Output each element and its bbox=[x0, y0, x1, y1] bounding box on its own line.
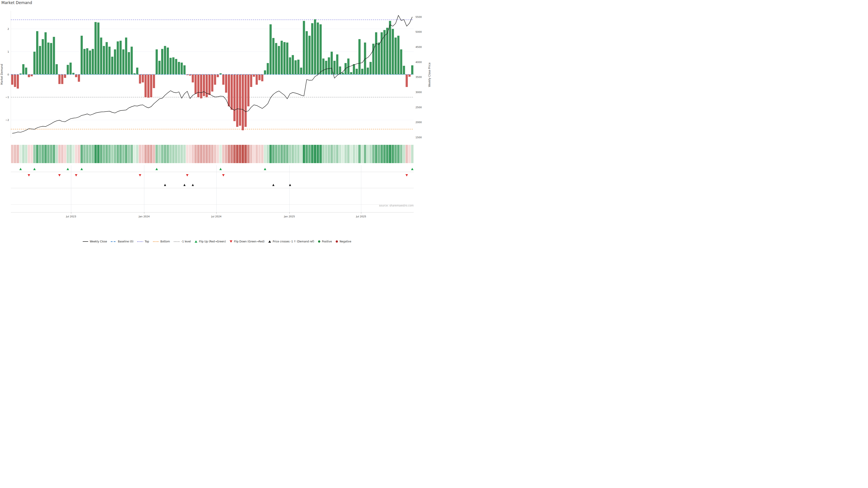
demand-bar bbox=[145, 74, 147, 97]
demand-bar bbox=[33, 52, 36, 74]
heatmap-cell bbox=[286, 145, 288, 163]
heatmap-cell bbox=[11, 145, 13, 163]
demand-bar bbox=[94, 22, 97, 74]
demand-bar bbox=[306, 31, 308, 74]
demand-bar bbox=[408, 74, 411, 77]
demand-bar bbox=[47, 42, 50, 74]
demand-bar bbox=[61, 74, 64, 84]
demand-bar bbox=[389, 21, 391, 74]
heatmap-cell bbox=[147, 145, 150, 163]
heatmap-cell bbox=[264, 145, 266, 163]
heatmap-cell bbox=[375, 145, 377, 163]
y-right-tick-label: 2500 bbox=[415, 106, 422, 109]
legend-item: Negative bbox=[336, 240, 351, 243]
legend-circle-icon bbox=[336, 240, 338, 242]
heatmap-cell bbox=[352, 145, 355, 163]
heatmap-cell bbox=[89, 145, 91, 163]
heatmap-cell bbox=[272, 145, 275, 163]
demand-bar bbox=[250, 74, 252, 87]
demand-bar bbox=[39, 46, 41, 74]
demand-bar bbox=[105, 42, 108, 74]
flip-down-markers bbox=[28, 174, 408, 176]
heatmap-cell bbox=[31, 145, 33, 163]
legend-label: Price crosses -1 ↑ (Demand ref) bbox=[273, 240, 314, 243]
price-cross-icon bbox=[289, 184, 291, 186]
demand-bar bbox=[289, 57, 291, 74]
heatmap-cell bbox=[291, 145, 294, 163]
heatmap-cell bbox=[361, 145, 364, 163]
demand-bar bbox=[361, 69, 364, 74]
y-right-tick-label: 5000 bbox=[415, 31, 422, 33]
heatmap-cell bbox=[261, 145, 264, 163]
demand-bar bbox=[397, 36, 400, 74]
heatmap-cell bbox=[178, 145, 180, 163]
demand-bar bbox=[108, 46, 111, 74]
price-cross-icon bbox=[272, 184, 275, 186]
heatmap-cell bbox=[405, 145, 408, 163]
x-tick-label: Jul 2024 bbox=[211, 215, 221, 218]
y-left-tick-label: −2 bbox=[5, 119, 9, 122]
legend-label: Top bbox=[145, 240, 149, 243]
heatmap-cell bbox=[347, 145, 350, 163]
heatmap-cell bbox=[83, 145, 86, 163]
heatmap-cell bbox=[169, 145, 172, 163]
y-right-tick-label: 1500 bbox=[415, 136, 422, 139]
demand-bar bbox=[139, 74, 141, 84]
source-credit: source: sharemaestro.com bbox=[379, 204, 414, 207]
heatmap-cell bbox=[183, 145, 186, 163]
demand-bar bbox=[14, 74, 16, 87]
flip-up-icon bbox=[33, 168, 36, 170]
price-cross-icon bbox=[164, 184, 166, 186]
demand-bar bbox=[264, 70, 266, 74]
demand-bar bbox=[258, 74, 260, 80]
legend-label: Baseline (0) bbox=[118, 240, 133, 243]
demand-bar bbox=[209, 74, 211, 95]
heatmap-cell bbox=[367, 145, 369, 163]
demand-bar bbox=[333, 61, 336, 74]
heatmap-cell bbox=[20, 145, 22, 163]
legend-item: Flip Up (Red→Green) bbox=[195, 240, 226, 243]
heatmap-cell bbox=[125, 145, 127, 163]
heatmap-cell bbox=[267, 145, 269, 163]
demand-bar bbox=[203, 74, 205, 96]
demand-bar bbox=[11, 74, 13, 85]
demand-bar bbox=[403, 66, 405, 74]
demand-bar bbox=[242, 74, 244, 130]
heatmap-cell bbox=[14, 145, 16, 163]
heatmap-cell bbox=[158, 145, 161, 163]
heatmap-cell bbox=[308, 145, 311, 163]
y-right-tick-label: 4000 bbox=[415, 61, 422, 64]
flip-down-icon bbox=[405, 174, 408, 176]
heatmap-cell bbox=[142, 145, 144, 163]
demand-bar bbox=[367, 68, 369, 74]
heatmap-cell bbox=[92, 145, 94, 163]
demand-bar bbox=[281, 41, 283, 74]
demand-bar bbox=[142, 74, 144, 83]
flip-up-icon bbox=[156, 168, 158, 170]
legend-item: Baseline (0) bbox=[111, 240, 133, 243]
legend-label: Flip Down (Green→Red) bbox=[234, 240, 265, 243]
heatmap-cell bbox=[161, 145, 163, 163]
legend-label: Flip Up (Red→Green) bbox=[199, 240, 226, 243]
demand-bar bbox=[278, 46, 280, 74]
flip-up-icon bbox=[219, 168, 222, 170]
demand-bar bbox=[225, 74, 227, 93]
demand-bar bbox=[342, 72, 344, 74]
demand-bar bbox=[214, 74, 216, 85]
legend-label: Positive bbox=[322, 240, 332, 243]
demand-bar bbox=[217, 74, 219, 77]
demand-bar bbox=[300, 68, 302, 74]
heatmap-cell bbox=[25, 145, 27, 163]
legend-item: Weekly Close bbox=[83, 240, 107, 243]
demand-bar bbox=[411, 65, 413, 74]
heatmap-cell bbox=[61, 145, 64, 163]
demand-bar bbox=[78, 74, 80, 82]
demand-bar bbox=[86, 48, 88, 74]
heatmap-cell bbox=[328, 145, 330, 163]
heatmap-cell bbox=[333, 145, 336, 163]
flip-down-icon bbox=[222, 174, 225, 176]
demand-bar bbox=[169, 58, 172, 74]
demand-bar bbox=[31, 74, 33, 76]
demand-bar bbox=[156, 50, 158, 74]
demand-bar bbox=[28, 74, 30, 77]
